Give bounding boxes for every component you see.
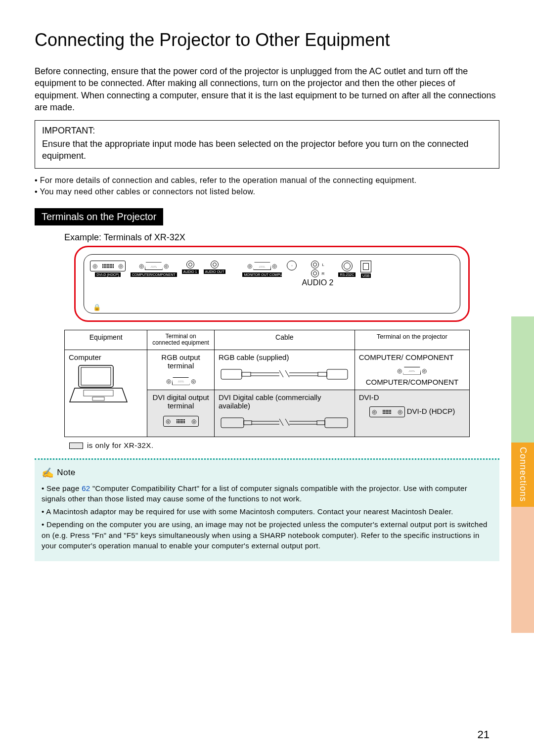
audioout-port: AUDIO OUT xyxy=(204,261,226,274)
usb-port: USB xyxy=(360,261,371,278)
svg-rect-7 xyxy=(318,372,327,376)
page-link[interactable]: 62 xyxy=(82,484,90,492)
page-number: 21 xyxy=(478,728,490,741)
svg-rect-0 xyxy=(79,365,113,387)
svg-rect-4 xyxy=(221,369,242,379)
section-heading: Terminals on the Projector xyxy=(35,208,163,225)
th-term-proj: Terminal on the projector xyxy=(355,330,469,350)
terminals-diagram: DVI-D (HDCP) ∴∵∴ COMPUTER/COMPONENT AUDI… xyxy=(74,246,470,322)
svg-rect-15 xyxy=(317,421,325,425)
audio2-group: L R AUDIO 2 xyxy=(302,261,333,287)
important-text: Ensure that the appropriate input mode h… xyxy=(42,138,492,162)
note-item-2: • A Macintosh adaptor may be required fo… xyxy=(42,506,492,517)
dvi-cable-icon xyxy=(220,414,349,432)
computer-label: COMPUTER/COMPONENT xyxy=(131,272,177,277)
rgb-cable-icon xyxy=(220,365,349,383)
note-box: ✍ Note • See page 62 "Computer Compatibi… xyxy=(35,458,499,562)
intro-paragraph: Before connecting, ensure that the power… xyxy=(35,65,499,113)
table-footnote: is only for XR-32X. xyxy=(69,441,499,449)
laptop-icon xyxy=(69,361,128,406)
computer-port: ∴∵∴ COMPUTER/COMPONENT xyxy=(131,261,177,277)
svg-rect-1 xyxy=(81,367,111,385)
important-box: IMPORTANT: Ensure that the appropriate i… xyxy=(35,120,499,169)
page-title: Connecting the Projector to Other Equipm… xyxy=(35,30,499,50)
table-row: Computer RGB output terminal ∴∵∴ RGB cab… xyxy=(65,350,470,390)
th-equipment: Equipment xyxy=(65,330,147,350)
th-term-equip: Terminal on connected equipment xyxy=(147,330,215,350)
cell-equipment: Computer xyxy=(65,350,147,437)
monitorout-label: MONITOR OUT COMPUTER/COMPONENT xyxy=(242,272,282,277)
svg-rect-13 xyxy=(325,418,348,428)
note-item-3: • Depending on the computer you are usin… xyxy=(42,519,492,551)
audio1-label: AUDIO 1 xyxy=(182,269,199,274)
dvi-port: DVI-D (HDCP) xyxy=(90,261,126,277)
pre-bullets: • For more details of connection and cab… xyxy=(35,175,499,197)
important-label: IMPORTANT: xyxy=(42,126,492,136)
cell-term-proj-computer: COMPUTER/ COMPONENT ∴∵∴ COMPUTER/COMPONE… xyxy=(355,350,469,390)
rs232c-label: RS-232C xyxy=(338,272,356,277)
audio2-label: AUDIO 2 xyxy=(302,278,333,287)
svg-rect-3 xyxy=(92,397,104,400)
lock-icon: 🔒 xyxy=(93,304,101,311)
th-cable: Cable xyxy=(214,330,355,350)
cell-cable-rgb: RGB cable (supplied) xyxy=(214,350,355,390)
audio1-port: AUDIO 1 xyxy=(182,261,199,274)
monitorout-port: ∴∵∴ MONITOR OUT COMPUTER/COMPONENT xyxy=(242,261,282,277)
bullet-1: • For more details of connection and cab… xyxy=(35,175,499,186)
usb-label: USB xyxy=(361,273,371,278)
cell-term-equip-rgb: RGB output terminal ∴∵∴ xyxy=(147,350,215,390)
svg-rect-6 xyxy=(242,372,251,376)
cell-cable-dvi: DVI Digital cable (commercially availabl… xyxy=(214,390,355,437)
cell-term-equip-dvi: DVI digital output terminal xyxy=(147,390,215,437)
svg-rect-14 xyxy=(244,421,252,425)
note-icon: ✍ xyxy=(42,466,54,480)
cell-term-proj-dvi: DVI-D DVI-D (HDCP) xyxy=(355,390,469,437)
connection-table: Equipment Terminal on connected equipmen… xyxy=(64,330,470,437)
example-label: Example: Terminals of XR-32X xyxy=(64,232,499,243)
bullet-2: • You may need other cables or connector… xyxy=(35,186,499,197)
rs232c-port: RS-232C xyxy=(338,261,356,277)
svg-rect-5 xyxy=(327,369,348,379)
audioout-label: AUDIO OUT xyxy=(204,269,226,274)
dvi-label: DVI-D (HDCP) xyxy=(95,272,121,277)
note-item-1: • See page 62 "Computer Compatibility Ch… xyxy=(42,483,492,505)
svg-rect-2 xyxy=(84,390,113,396)
note-heading: ✍ Note xyxy=(42,466,492,480)
svideo-port: ⁘ xyxy=(287,261,297,270)
svg-rect-12 xyxy=(221,418,244,428)
